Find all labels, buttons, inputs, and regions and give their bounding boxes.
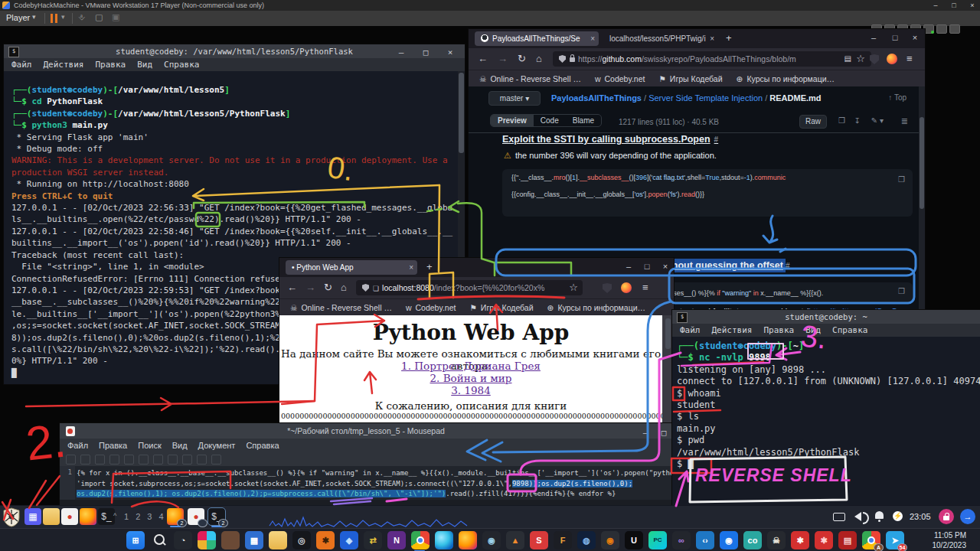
close-tab-icon[interactable]: ×: [590, 31, 595, 46]
star-icon[interactable]: ☆: [856, 51, 865, 67]
bookmark-kursy-po-informacii[interactable]: ⊕Курсы по информаци…: [547, 303, 645, 312]
pause-caret-icon[interactable]: ▾: [61, 13, 65, 21]
menu-item[interactable]: Правка: [99, 441, 127, 450]
search-icon[interactable]: [150, 531, 168, 549]
edit-icon[interactable]: ✎ ▾: [871, 116, 884, 125]
redo-icon[interactable]: [153, 455, 163, 465]
chrome-profile-icon[interactable]: A: [862, 531, 880, 549]
pycharm-icon[interactable]: PC: [648, 531, 667, 549]
save-as-icon[interactable]: [109, 455, 119, 465]
menu-item[interactable]: Файл: [11, 60, 32, 70]
display-tray-icon[interactable]: [833, 513, 845, 521]
notification-bell-icon[interactable]: [875, 511, 884, 519]
firefox-window-icon[interactable]: 2: [167, 508, 184, 525]
extension-icon[interactable]: [887, 54, 897, 64]
branch-button[interactable]: master ▾: [488, 91, 541, 106]
menu-item[interactable]: Поиск: [138, 441, 161, 450]
find-icon[interactable]: [211, 455, 221, 465]
carrot-icon[interactable]: ▲: [506, 531, 524, 549]
copy-code-icon[interactable]: ❐: [898, 287, 905, 295]
arrows-yellow-icon[interactable]: ⇄: [364, 531, 382, 549]
kali-spider-logo-icon[interactable]: [2, 507, 21, 527]
tab-payloadsallthethings[interactable]: PayloadsAllTheThings/Se ×: [475, 31, 599, 46]
tab-code[interactable]: Code: [534, 115, 566, 126]
book-link[interactable]: 2. Война и мир: [279, 372, 662, 384]
tracking-shield-icon[interactable]: [362, 284, 369, 292]
photos-icon[interactable]: [221, 531, 240, 549]
url-bar[interactable]: https://github.com/swisskyrepo/PayloadsA…: [553, 51, 871, 67]
menu-item[interactable]: Документ: [198, 441, 236, 450]
windows-clock[interactable]: 11:05 PM 10/2/2023: [933, 530, 967, 550]
close-tab-icon[interactable]: ×: [409, 260, 413, 275]
firefox-launcher-icon[interactable]: [80, 508, 96, 525]
firefox-icon[interactable]: [459, 531, 477, 549]
book-link[interactable]: 1. Портрет Дориана Грея: [279, 360, 662, 372]
paste-icon[interactable]: [197, 455, 207, 465]
back-to-top-link[interactable]: ↑ Top: [888, 93, 906, 102]
menu-icon[interactable]: ≡: [906, 53, 913, 64]
s-red-icon[interactable]: S: [530, 531, 548, 549]
raw-button[interactable]: Raw: [799, 115, 827, 129]
minimize-button[interactable]: –: [868, 33, 879, 42]
unreal-icon[interactable]: U: [625, 531, 643, 549]
outline-icon[interactable]: ≣: [901, 116, 908, 126]
menu-item[interactable]: Справка: [246, 441, 279, 450]
vscode-icon[interactable]: ‹›: [696, 531, 714, 549]
menu-item[interactable]: Вид: [805, 325, 821, 335]
download-icon[interactable]: ↧: [854, 116, 861, 125]
vmware-maximize-button[interactable]: □: [949, 0, 959, 11]
gear-red-2-icon[interactable]: ✱: [815, 531, 833, 549]
close-tab-icon[interactable]: ×: [710, 31, 714, 46]
visual-studio-icon[interactable]: ∞: [672, 531, 691, 549]
skull-dark-icon[interactable]: ☠: [767, 531, 786, 549]
slack-icon[interactable]: [198, 531, 216, 549]
menu-item[interactable]: Действия: [44, 60, 84, 70]
menu-item[interactable]: Справка: [164, 60, 199, 70]
tab-localhost-phptwig[interactable]: localhost/lesson5/PHPTwig/i ×: [603, 31, 718, 46]
forward-icon[interactable]: →: [305, 282, 315, 293]
close-button[interactable]: ×: [660, 262, 671, 271]
camera-dark-icon[interactable]: ◍: [577, 531, 596, 549]
cut-icon[interactable]: [168, 455, 178, 465]
menu-item[interactable]: Вид: [172, 441, 188, 450]
start-icon[interactable]: ⊞: [126, 531, 145, 549]
chrome-icon[interactable]: [411, 531, 430, 549]
send-cad-icon[interactable]: ⎀: [78, 12, 85, 22]
explorer-icon[interactable]: [269, 531, 287, 549]
maps-pin-icon[interactable]: ◉: [720, 531, 738, 549]
reload-icon[interactable]: ↻: [518, 53, 526, 64]
new-tab-button[interactable]: +: [726, 32, 732, 44]
back-icon[interactable]: ←: [478, 53, 488, 64]
edge-icon[interactable]: [435, 531, 453, 549]
gauge-icon[interactable]: ◔: [174, 531, 192, 549]
pocket-extension-icon[interactable]: [603, 283, 612, 293]
extension-icon[interactable]: [621, 282, 632, 293]
terminal-output[interactable]: ┌──(student⊛codeby)-[~]└─$ nc -nvlp 9898…: [672, 337, 980, 505]
screens-red-icon[interactable]: ▤: [838, 531, 857, 549]
volume-icon[interactable]: [854, 512, 861, 521]
tracking-shield-icon[interactable]: [559, 55, 566, 63]
minimize-button[interactable]: –: [623, 262, 634, 271]
undo-icon[interactable]: [139, 455, 149, 465]
device-display-icon[interactable]: [923, 24, 934, 34]
star-icon[interactable]: ☆: [569, 280, 578, 295]
resolve-icon[interactable]: ◉: [482, 531, 501, 549]
menu-item[interactable]: Вид: [137, 60, 152, 70]
menu-item[interactable]: Правка: [95, 60, 126, 70]
terminal-launcher-icon[interactable]: $_: [98, 508, 115, 525]
copy-raw-icon[interactable]: ❐: [838, 116, 845, 125]
app-grid-icon[interactable]: ▦: [24, 508, 41, 525]
breadcrumb-repo[interactable]: PayloadsAllTheThings: [551, 93, 642, 103]
vm-clock[interactable]: 23:05: [910, 512, 931, 521]
anchor-link-icon[interactable]: #: [786, 262, 790, 270]
book-link[interactable]: 3. 1984: [279, 384, 662, 396]
open-icon[interactable]: [80, 455, 90, 465]
co-teal-icon[interactable]: co: [743, 531, 762, 549]
new-icon[interactable]: [66, 455, 76, 465]
bookmark-igry-kodebay[interactable]: ⚑Игры Кодебай: [658, 74, 722, 83]
mousepad-titlebar[interactable]: *~/Рабочий стол/tmp_lesson_5 - Mousepad …: [60, 423, 672, 439]
blender-icon[interactable]: ◉: [601, 531, 619, 549]
back-icon[interactable]: ←: [287, 282, 297, 293]
fullscreen-icon[interactable]: ▢: [95, 12, 103, 22]
menu-item[interactable]: Действия: [712, 325, 753, 335]
